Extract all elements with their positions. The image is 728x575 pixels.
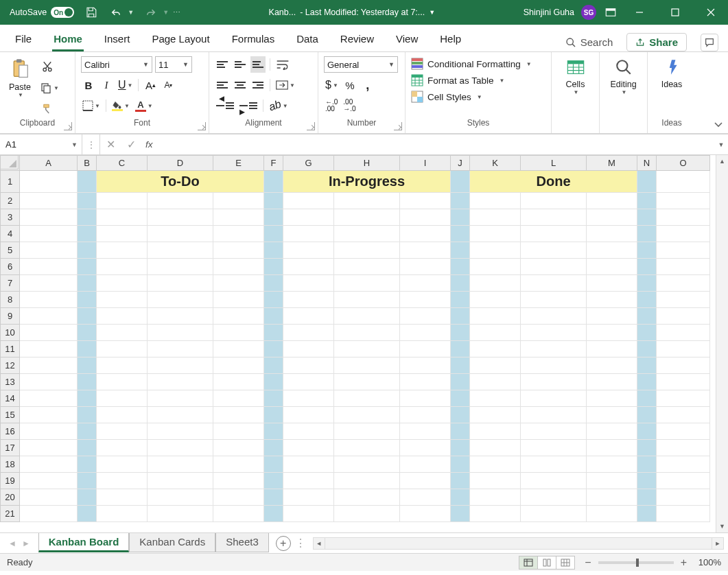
cell-D3[interactable] <box>148 209 213 226</box>
vertical-scrollbar[interactable]: ▲▼ <box>716 155 728 532</box>
cell-B20[interactable] <box>78 489 97 506</box>
cell-K2[interactable] <box>470 193 521 209</box>
cell-K5[interactable] <box>470 242 521 259</box>
cell-L13[interactable] <box>521 374 587 390</box>
cell-N7[interactable] <box>637 275 657 292</box>
cell-L3[interactable] <box>521 209 587 226</box>
cell-N18[interactable] <box>637 456 657 473</box>
cell-O15[interactable] <box>657 407 710 423</box>
cell-B11[interactable] <box>78 341 97 357</box>
cell-O20[interactable] <box>657 489 710 506</box>
percent-button[interactable]: % <box>342 77 357 93</box>
cell-H13[interactable] <box>334 374 400 390</box>
cell-K19[interactable] <box>470 473 521 489</box>
cell-A19[interactable] <box>20 473 78 489</box>
cell-D4[interactable] <box>148 226 213 242</box>
row-header-9[interactable]: 9 <box>1 308 20 325</box>
cell-A7[interactable] <box>20 275 78 292</box>
cell-H6[interactable] <box>334 259 400 275</box>
align-left-button[interactable] <box>215 77 230 93</box>
cell-C2[interactable] <box>97 193 148 209</box>
cells-button[interactable]: Cells▼ <box>557 56 594 95</box>
cell-M11[interactable] <box>587 341 637 357</box>
cell-H2[interactable] <box>334 193 400 209</box>
cell-I18[interactable] <box>400 456 451 473</box>
tab-nav-next[interactable]: ► <box>22 539 30 548</box>
cell-E4[interactable] <box>213 226 264 242</box>
cell-H19[interactable] <box>334 473 400 489</box>
cell-B8[interactable] <box>78 292 97 308</box>
minimize-button[interactable] <box>625 0 654 25</box>
cell-M16[interactable] <box>587 423 637 440</box>
cell-N20[interactable] <box>637 489 657 506</box>
cell-K1[interactable]: Done <box>470 171 637 193</box>
select-all-button[interactable] <box>0 155 19 169</box>
cell-B4[interactable] <box>78 226 97 242</box>
cell-G3[interactable] <box>283 209 334 226</box>
cell-M4[interactable] <box>587 226 637 242</box>
decrease-decimal-button[interactable]: .00→.0 <box>342 97 357 114</box>
cell-I7[interactable] <box>400 275 451 292</box>
row-header-4[interactable]: 4 <box>1 226 20 242</box>
cell-A5[interactable] <box>20 242 78 259</box>
cell-D12[interactable] <box>148 357 213 374</box>
cell-F15[interactable] <box>264 407 283 423</box>
cell-O13[interactable] <box>657 374 710 390</box>
alignment-launcher[interactable] <box>307 122 315 130</box>
cell-O7[interactable] <box>657 275 710 292</box>
cell-E6[interactable] <box>213 259 264 275</box>
italic-button[interactable]: I <box>99 77 114 93</box>
cell-H17[interactable] <box>334 440 400 456</box>
cell-A15[interactable] <box>20 407 78 423</box>
cell-G6[interactable] <box>283 259 334 275</box>
row-header-16[interactable]: 16 <box>1 423 20 440</box>
cell-D5[interactable] <box>148 242 213 259</box>
cell-C21[interactable] <box>97 506 148 522</box>
cell-E16[interactable] <box>213 423 264 440</box>
cell-I10[interactable] <box>400 325 451 341</box>
cell-H15[interactable] <box>334 407 400 423</box>
cell-D19[interactable] <box>148 473 213 489</box>
cell-H8[interactable] <box>334 292 400 308</box>
increase-indent-button[interactable]: ▸ <box>238 97 259 114</box>
cell-B19[interactable] <box>78 473 97 489</box>
row-header-2[interactable]: 2 <box>1 193 20 209</box>
view-page-layout-button[interactable] <box>537 556 556 570</box>
wrap-text-button[interactable] <box>274 56 291 73</box>
cell-L9[interactable] <box>521 308 587 325</box>
col-header-K[interactable]: K <box>470 156 521 171</box>
cell-K7[interactable] <box>470 275 521 292</box>
cell-D6[interactable] <box>148 259 213 275</box>
row-header-15[interactable]: 15 <box>1 407 20 423</box>
toggle-switch[interactable]: On <box>51 7 74 18</box>
cell-L7[interactable] <box>521 275 587 292</box>
cell-L17[interactable] <box>521 440 587 456</box>
cell-J20[interactable] <box>451 489 470 506</box>
cell-M13[interactable] <box>587 374 637 390</box>
cell-I6[interactable] <box>400 259 451 275</box>
cell-J14[interactable] <box>451 390 470 407</box>
cell-J12[interactable] <box>451 357 470 374</box>
cell-O10[interactable] <box>657 325 710 341</box>
cell-L11[interactable] <box>521 341 587 357</box>
col-header-B[interactable]: B <box>78 156 97 171</box>
cell-G21[interactable] <box>283 506 334 522</box>
tab-nav-prev[interactable]: ◄ <box>8 539 16 548</box>
row-header-3[interactable]: 3 <box>1 209 20 226</box>
cell-K4[interactable] <box>470 226 521 242</box>
cell-G5[interactable] <box>283 242 334 259</box>
cell-F14[interactable] <box>264 390 283 407</box>
cell-styles-button[interactable]: Cell Styles▼ <box>411 91 482 103</box>
underline-button[interactable]: U▼ <box>117 77 134 93</box>
cell-G8[interactable] <box>283 292 334 308</box>
cell-M2[interactable] <box>587 193 637 209</box>
grow-font-button[interactable]: A▴ <box>143 77 158 93</box>
cell-L18[interactable] <box>521 456 587 473</box>
cell-C15[interactable] <box>97 407 148 423</box>
cell-K3[interactable] <box>470 209 521 226</box>
cell-H11[interactable] <box>334 341 400 357</box>
cell-E10[interactable] <box>213 325 264 341</box>
cell-J1[interactable] <box>451 171 470 193</box>
cell-L21[interactable] <box>521 506 587 522</box>
save-icon[interactable] <box>84 5 99 20</box>
